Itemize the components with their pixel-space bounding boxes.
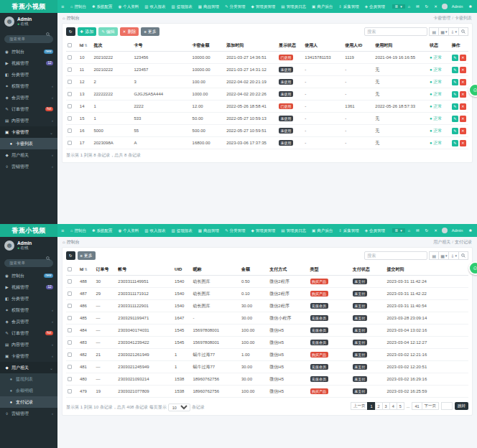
breadcrumb-home[interactable]: 控制台 [67,15,80,22]
sidebar-subitem-balance-detail[interactable]: ●余额明细 [0,385,57,396]
sidebar-item-user[interactable]: ◆用户相关⌄ [0,362,57,373]
sidebar-item-card[interactable]: ▣卡密管理‹ [0,350,57,362]
row-checkbox[interactable] [68,353,72,357]
delete-button[interactable]: ✕ [460,103,466,110]
topnav-item-dashboard[interactable]: ⌂控制台 [68,0,89,13]
sidebar-subitem-withdraw-list[interactable]: ●提现列表 [0,373,57,385]
delete-button[interactable]: ✕ [460,140,466,146]
topnav-item-admin-log[interactable]: ▤管理员日志 [278,224,309,237]
support-float-button[interactable]: ☺ [468,83,477,97]
sidebar-item-dashboard[interactable]: ◉控制台new [0,46,57,57]
sidebar-item-content[interactable]: ▤内容管理‹ [0,115,57,126]
sidebar-item-permission[interactable]: ✦权限管理‹ [0,80,57,92]
delete-button[interactable]: ✕ [460,116,466,122]
home-icon[interactable]: ⌂ [405,228,413,233]
row-checkbox[interactable] [68,67,72,72]
close-icon[interactable]: ✕ [431,4,440,9]
sidebar-item-member[interactable]: ◈会员管理‹ [0,316,57,327]
prev-page-button[interactable]: 上一页 [351,402,369,410]
select-all-checkbox[interactable] [68,43,72,47]
refresh-icon[interactable]: ↻ [422,228,432,233]
row-checkbox[interactable] [68,316,72,320]
col-id[interactable]: Id ⇅ [78,39,93,52]
row-checkbox[interactable] [68,340,72,345]
select-all-checkbox[interactable] [68,267,72,271]
edit-button[interactable]: ✎ [452,128,458,134]
edit-button[interactable]: ✎ [452,116,458,122]
topnav-item-system-config[interactable]: ✱系统配置 [89,224,116,237]
delete-button[interactable]: ✕ [460,79,466,85]
topnav-item-goods[interactable]: ▦商品管理 [195,0,222,13]
settings-icon[interactable]: ✱ [466,228,475,233]
edit-button[interactable]: ✎ [452,79,458,85]
sidebar-item-content[interactable]: ▤内容管理‹ [0,339,57,350]
sidebar-item-marketing[interactable]: ◊营销管理‹ [0,161,57,172]
row-checkbox[interactable] [68,141,72,145]
topnav-item-member[interactable]: ◈会员管理 [362,0,388,13]
refresh-icon[interactable]: ↻ [422,4,432,9]
export-button[interactable]: ⇩▾ [448,251,459,260]
more-button[interactable]: ≡更多 [141,27,159,36]
message-icon[interactable]: ✉ [413,228,422,233]
delete-button[interactable]: ✕ [460,67,466,73]
topnav-item-admin-manage[interactable]: ◆管理员管理 [249,224,279,237]
row-checkbox[interactable] [68,92,72,96]
close-icon[interactable]: ✕ [431,228,440,233]
row-checkbox[interactable] [68,389,72,393]
edit-button[interactable]: ✎编辑 [98,27,118,36]
settings-icon[interactable]: ✱ [466,4,475,9]
row-checkbox[interactable] [68,116,72,121]
delete-button[interactable]: ✕ [460,55,466,61]
topnav-item-dashboard[interactable]: ⌂控制台 [68,224,89,237]
topnav-item-income-report[interactable]: ▥收入报表 [142,224,168,237]
topnav-item-category[interactable]: ✎分类管理 [222,224,249,237]
sidebar-item-member[interactable]: ◈会员管理‹ [0,92,57,103]
edit-button[interactable]: ✎ [452,103,458,110]
delete-button[interactable]: ✕ [460,91,466,98]
home-icon[interactable]: ⌂ [405,4,413,9]
topnav-item-admin-log[interactable]: ▤管理员日志 [278,0,309,13]
sidebar-item-category[interactable]: ◧分类管理 [0,293,57,304]
edit-button[interactable]: ✎ [452,140,458,146]
table-search-input[interactable] [364,27,427,36]
topnav-item-merchant[interactable]: ▣商户后台 [309,0,335,13]
refresh-button[interactable]: ↻ [66,27,75,36]
topnav-item-withdraw-report[interactable]: ▥提现报表 [169,224,195,237]
sidebar-item-permission[interactable]: ✦权限管理‹ [0,304,57,316]
topnav-item-profile[interactable]: ◉个人资料 [116,224,142,237]
row-checkbox[interactable] [68,104,72,108]
sidebar-item-dashboard[interactable]: ◉控制台new [0,270,57,281]
menu-dropdown[interactable]: ≣▾ [392,4,405,9]
menu-dropdown[interactable]: ≣▾ [392,228,405,233]
row-checkbox[interactable] [68,328,72,332]
sidebar-item-video[interactable]: ▶视频管理12 [0,281,57,293]
topnav-item-goods[interactable]: ▦商品管理 [195,224,222,237]
row-checkbox[interactable] [68,129,72,133]
page-button-41[interactable]: 41 [412,402,422,410]
app-logo[interactable]: 香蕉小视频 [0,0,57,13]
topnav-item-income-report[interactable]: ▥收入报表 [142,0,168,13]
table-search-input[interactable] [364,251,427,260]
jump-button[interactable]: 跳转 [455,402,468,410]
sidebar-item-card[interactable]: ▣卡密管理⌄ [0,126,57,138]
edit-button[interactable]: ✎ [452,91,458,98]
columns-button[interactable]: ▦▾ [438,251,449,260]
page-jump-input[interactable] [441,402,453,410]
search-button[interactable] [458,251,468,260]
sidebar-toggle[interactable]: ≡ [57,224,68,237]
breadcrumb-home[interactable]: 控制台 [67,239,80,246]
filter-button[interactable]: ▤ [429,27,439,36]
topnav-item-admin-manage[interactable]: ◆管理员管理 [249,0,279,13]
row-checkbox[interactable] [68,279,72,284]
app-logo[interactable]: 香蕉小视频 [0,224,57,237]
edit-button[interactable]: ✎ [452,55,458,61]
refresh-button[interactable]: ↻ [66,251,75,260]
row-checkbox[interactable] [68,377,72,381]
row-checkbox[interactable] [68,365,72,369]
topnav-item-withdraw-report[interactable]: ▥提现报表 [169,0,195,13]
topnav-item-member[interactable]: ◈会员管理 [362,224,388,237]
delete-button[interactable]: ✕删除 [120,27,139,36]
user-menu[interactable]: Admin [449,4,466,9]
export-button[interactable]: ⇩▾ [448,27,459,36]
sidebar-item-user[interactable]: ◆用户相关‹ [0,149,57,161]
